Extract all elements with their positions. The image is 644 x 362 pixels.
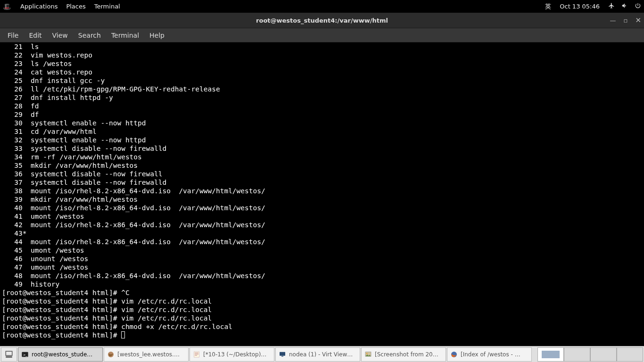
svg-rect-0 <box>6 351 12 355</box>
workspace-2[interactable] <box>564 347 590 362</box>
menu-applications[interactable]: Applications <box>20 3 58 10</box>
svg-rect-8 <box>195 355 197 355</box>
menu-file[interactable]: File <box>3 30 23 41</box>
topbar-left: 🎩 Applications Places Terminal <box>3 3 120 10</box>
menu-edit[interactable]: Edit <box>24 30 46 41</box>
window-titlebar: root@westos_student4:/var/www/html — ▫ ✕ <box>0 13 644 28</box>
svg-rect-9 <box>280 352 285 355</box>
power-icon[interactable] <box>635 2 641 10</box>
gnome-topbar: 🎩 Applications Places Terminal 英 Oct 13 … <box>0 0 644 13</box>
taskbar-item-4[interactable]: [Screenshot from 20… <box>361 347 446 362</box>
taskbar-item-label: [westos_lee.westos.… <box>117 351 185 358</box>
taskbar-item-label: [*10-13 (~/Desktop)… <box>203 351 271 358</box>
topbar-right: 英 Oct 13 05:46 <box>545 2 641 11</box>
bottom-taskbar: >_root@westos_stude…[westos_lee.westos.…… <box>0 346 644 362</box>
menu-view[interactable]: View <box>48 30 73 41</box>
taskbar-item-label: root@westos_stude… <box>32 351 99 358</box>
redhat-icon: 🎩 <box>3 3 11 10</box>
taskbar-item-label: nodea (1) - Virt View… <box>289 351 357 358</box>
terminal-output[interactable]: 21 ls 22 vim westos.repo 23 ls /westos 2… <box>0 42 644 346</box>
close-button[interactable]: ✕ <box>635 16 641 25</box>
taskbar-item-label: [Index of /westos - … <box>461 351 528 358</box>
firefox-alt-icon <box>107 351 115 358</box>
workspace-1[interactable] <box>537 347 564 362</box>
svg-rect-7 <box>195 354 198 354</box>
firefox-icon <box>450 351 458 358</box>
volume-icon[interactable] <box>621 2 628 10</box>
menu-places[interactable]: Places <box>66 3 85 10</box>
svg-rect-6 <box>195 353 198 353</box>
taskbar-item-3[interactable]: nodea (1) - Virt View… <box>275 347 360 362</box>
taskbar-item-0[interactable]: >_root@westos_stude… <box>18 347 103 362</box>
terminal-menubar: File Edit View Search Terminal Help <box>0 28 644 42</box>
terminal-icon: >_ <box>21 351 29 358</box>
minimize-button[interactable]: — <box>610 17 616 24</box>
workspace-4[interactable] <box>617 347 643 362</box>
svg-text:>_: >_ <box>23 353 28 356</box>
workspace-pager[interactable] <box>537 347 643 362</box>
taskbar-item-2[interactable]: [*10-13 (~/Desktop)… <box>190 347 274 362</box>
menu-terminal-sub[interactable]: Terminal <box>107 30 144 41</box>
current-prompt: [root@westos_student4 html]# <box>2 331 121 339</box>
window-title: root@westos_student4:/var/www/html <box>256 17 388 24</box>
menu-help[interactable]: Help <box>145 30 169 41</box>
maximize-button[interactable]: ▫ <box>624 17 628 24</box>
menu-terminal[interactable]: Terminal <box>94 3 120 10</box>
tray-icons <box>608 2 641 10</box>
gedit-icon <box>193 351 200 358</box>
taskbar-item-5[interactable]: [Index of /westos - … <box>447 347 532 362</box>
svg-point-12 <box>366 353 368 354</box>
airplane-icon[interactable] <box>608 2 615 10</box>
image-icon <box>364 351 372 358</box>
svg-rect-10 <box>281 356 283 356</box>
ime-indicator[interactable]: 英 <box>545 2 551 11</box>
clock[interactable]: Oct 13 05:46 <box>560 3 600 10</box>
menu-search[interactable]: Search <box>74 30 106 41</box>
window-controls: — ▫ ✕ <box>610 13 641 28</box>
taskbar-item-1[interactable]: [westos_lee.westos.… <box>104 347 189 362</box>
workspace-3[interactable] <box>590 347 617 362</box>
task-items-container: >_root@westos_stude…[westos_lee.westos.…… <box>18 347 532 362</box>
svg-rect-1 <box>6 356 12 357</box>
show-desktop-button[interactable] <box>1 347 17 362</box>
cursor <box>121 331 125 338</box>
taskbar-item-label: [Screenshot from 20… <box>375 351 443 358</box>
virt-icon <box>279 351 286 358</box>
